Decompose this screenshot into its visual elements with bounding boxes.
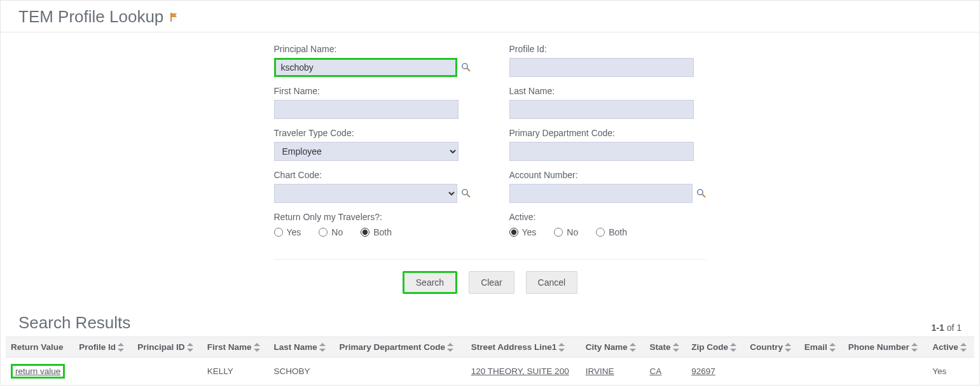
svg-line-1: [467, 68, 469, 71]
traveler-type-label: Traveler Type Code:: [274, 128, 471, 138]
cell-email: [799, 358, 843, 386]
profile-id-input[interactable]: [509, 58, 694, 77]
active-label: Active:: [509, 212, 707, 222]
sort-icon[interactable]: [254, 343, 260, 352]
first-name-input[interactable]: [274, 100, 459, 119]
cell-profile-id: [74, 358, 132, 386]
city-link[interactable]: IRVINE: [586, 366, 614, 376]
principal-name-label: Principal Name:: [274, 44, 471, 54]
profile-id-label: Profile Id:: [509, 44, 707, 54]
street1-link[interactable]: 120 THEORY, SUITE 200: [471, 366, 569, 376]
svg-line-5: [702, 194, 705, 197]
results-table: Return Value Profile Id Principal ID Fir…: [6, 337, 974, 385]
cell-principal-id: [132, 358, 202, 386]
svg-line-3: [467, 194, 469, 197]
active-both[interactable]: Both: [596, 227, 627, 237]
active-no[interactable]: No: [554, 227, 578, 237]
col-last-name[interactable]: Last Name: [268, 337, 334, 358]
sort-icon[interactable]: [447, 343, 453, 352]
return-only-yes[interactable]: Yes: [274, 227, 301, 237]
return-only-label: Return Only my Travelers?:: [274, 212, 471, 222]
sort-icon[interactable]: [960, 343, 967, 352]
cell-first-name: KELLY: [202, 358, 269, 386]
action-buttons: Search Clear Cancel: [274, 259, 707, 294]
page-title: TEM Profile Lookup: [18, 7, 163, 27]
account-number-label: Account Number:: [509, 170, 707, 180]
results-count: 1-1 of 1: [932, 323, 962, 333]
col-email[interactable]: Email: [799, 337, 843, 358]
magnifier-icon[interactable]: [461, 188, 471, 198]
magnifier-icon[interactable]: [461, 62, 471, 73]
return-only-both[interactable]: Both: [361, 227, 392, 237]
col-zip[interactable]: Zip Code: [686, 337, 745, 358]
sort-icon[interactable]: [911, 343, 918, 352]
return-value-link[interactable]: return value: [15, 366, 60, 376]
sort-icon[interactable]: [785, 343, 791, 352]
col-phone[interactable]: Phone Number: [843, 337, 928, 358]
sort-icon[interactable]: [319, 343, 326, 352]
col-return-value[interactable]: Return Value: [6, 337, 74, 358]
state-link[interactable]: CA: [650, 366, 662, 376]
cancel-button[interactable]: Cancel: [526, 271, 578, 294]
traveler-type-select[interactable]: Employee: [274, 142, 459, 161]
sort-icon[interactable]: [187, 343, 193, 352]
magnifier-icon[interactable]: [696, 188, 707, 198]
results-title: Search Results: [18, 313, 130, 333]
col-first-name[interactable]: First Name: [202, 337, 269, 358]
return-only-no[interactable]: No: [319, 227, 343, 237]
active-radio-group: Yes No Both: [509, 226, 707, 237]
cell-primary-dept: [335, 358, 466, 386]
help-flag-icon[interactable]: [169, 12, 179, 22]
cell-country: [745, 358, 799, 386]
page-title-bar: TEM Profile Lookup: [1, 1, 979, 32]
col-city[interactable]: City Name: [581, 337, 645, 358]
search-form: Principal Name: First Name: Tra: [1, 32, 979, 304]
col-active[interactable]: Active: [927, 337, 974, 358]
sort-icon[interactable]: [630, 343, 636, 352]
chart-code-select[interactable]: [274, 184, 457, 203]
col-country[interactable]: Country: [745, 337, 799, 358]
principal-name-input[interactable]: [274, 58, 457, 77]
zip-link[interactable]: 92697: [691, 366, 715, 376]
cell-last-name: SCHOBY: [268, 358, 334, 386]
search-button[interactable]: Search: [403, 271, 457, 294]
col-state[interactable]: State: [645, 337, 687, 358]
col-principal-id[interactable]: Principal ID: [132, 337, 202, 358]
sort-icon[interactable]: [558, 343, 565, 352]
primary-dept-input[interactable]: [509, 142, 694, 161]
cell-active: Yes: [927, 358, 974, 386]
sort-icon[interactable]: [673, 343, 679, 352]
col-primary-dept[interactable]: Primary Department Code: [335, 337, 466, 358]
sort-icon[interactable]: [118, 343, 124, 352]
return-only-radio-group: Yes No Both: [274, 226, 471, 237]
account-number-input[interactable]: [509, 184, 693, 203]
active-yes[interactable]: Yes: [509, 227, 537, 237]
col-street1[interactable]: Street Address Line1: [466, 337, 581, 358]
last-name-input[interactable]: [509, 100, 694, 119]
chart-code-label: Chart Code:: [274, 170, 471, 180]
lookup-panel: TEM Profile Lookup Principal Name:: [0, 0, 980, 386]
first-name-label: First Name:: [274, 86, 471, 96]
col-profile-id[interactable]: Profile Id: [74, 337, 132, 358]
clear-button[interactable]: Clear: [469, 271, 514, 294]
results-header: Search Results 1-1 of 1: [1, 304, 979, 337]
primary-dept-label: Primary Department Code:: [509, 128, 707, 138]
table-row: return value KELLY SCHOBY 120 THEORY, SU…: [6, 358, 974, 386]
sort-icon[interactable]: [730, 343, 736, 352]
last-name-label: Last Name:: [509, 86, 707, 96]
sort-icon[interactable]: [829, 343, 836, 352]
cell-phone: [843, 358, 928, 386]
